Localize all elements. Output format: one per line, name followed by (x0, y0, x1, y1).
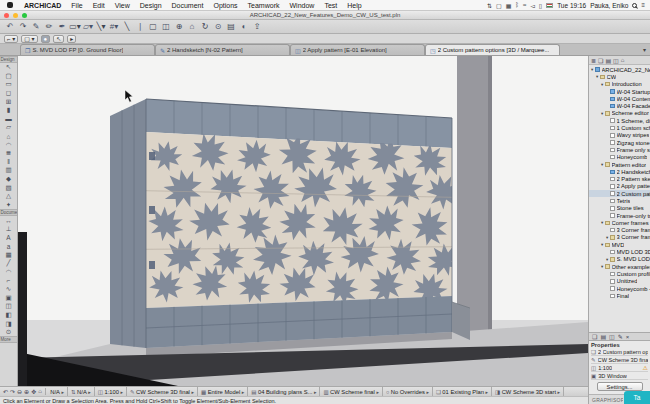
eyedropper-icon[interactable]: ✒ (56, 21, 68, 32)
navigator-item[interactable]: 3 Corner frames f (589, 234, 650, 241)
dimension-style-select[interactable]: ◨ CW Scheme 3D start ▸ (492, 387, 564, 396)
property-pen-set-row[interactable]: ✎ CW Scheme 3D final (591, 356, 648, 364)
navigator-item[interactable]: Unitized (589, 278, 650, 285)
curtain-wall-building[interactable] (110, 99, 470, 348)
layer-combination-select[interactable]: ▤ 04 Building plans S... ▸ (248, 387, 320, 396)
navigator-item[interactable]: Custom profiled fr (589, 270, 650, 277)
teamwork-status-icon[interactable]: ⇅ (487, 2, 492, 9)
navigator-item[interactable]: S. MVD LOD FP (589, 256, 650, 263)
menu-user-name[interactable]: Pauka, Eniko (590, 2, 628, 9)
graphic-override-select[interactable]: ○ No Overrides ▸ (383, 387, 433, 396)
railing-tool[interactable]: ‖ (2, 158, 16, 167)
fit-icon[interactable]: ⌂ (38, 388, 42, 395)
options-chevron[interactable]: ▸ (67, 35, 76, 43)
structure-display-select[interactable]: ▦ Entire Model ▸ (198, 387, 248, 396)
navigator-item[interactable]: 3 Corner frames (589, 227, 650, 234)
cutaway-icon[interactable]: ◫ (160, 21, 172, 32)
navigator-item[interactable]: 2 Handsketch (589, 168, 650, 175)
navigator-item[interactable]: Pattern editor (589, 161, 650, 168)
section-tool[interactable]: ◧ (2, 311, 16, 320)
info-box-icon[interactable]: ▤ (600, 333, 606, 340)
guide-lines-dropdown[interactable]: ╲▾ (95, 21, 107, 32)
scale-select[interactable]: ◫ 1:100 ▸ (95, 387, 127, 396)
explore-model-icon[interactable]: ⊙ (212, 21, 224, 32)
navigator-item[interactable]: 2 Apply pattern (589, 183, 650, 190)
fit-in-window-icon[interactable]: ⌂ (186, 21, 198, 32)
column-tool[interactable]: ▮ (2, 106, 16, 115)
layout-book-icon[interactable]: ◫ (613, 57, 619, 64)
label-tool[interactable]: a (2, 242, 16, 251)
navigator-item[interactable]: 1 Scheme, division (589, 117, 650, 124)
pet-palette-icon[interactable]: ❏ (592, 333, 597, 340)
navigator-item[interactable]: W-04 Contempora (589, 95, 650, 102)
tab-custom-pattern-options[interactable]: ◳ 2 Custom pattern options [3D / Marquee… (425, 44, 560, 55)
menu-item[interactable]: Window (284, 2, 319, 9)
orientation-select[interactable]: ⇅ N/A ▸ (68, 387, 95, 396)
input-source-flag-icon[interactable] (546, 3, 553, 8)
battery-icon[interactable]: ▯ (539, 2, 542, 9)
navigator-item[interactable]: MVD (589, 241, 650, 248)
fill-tool[interactable]: ▦ (2, 250, 16, 259)
window-tool[interactable]: ⊞ (2, 97, 16, 106)
render-icon[interactable]: ◐ (238, 21, 250, 32)
menu-item[interactable]: Document (167, 2, 209, 9)
spline-tool[interactable]: ∿ (2, 285, 16, 294)
beam-tool[interactable]: ▬ (2, 115, 16, 124)
project-chooser-icon[interactable]: ≣ (591, 57, 596, 64)
up-level-icon[interactable]: ❏ (598, 57, 603, 64)
navigator-item[interactable]: Frame-only tree fa (589, 212, 650, 219)
slab-tool[interactable]: ▱ (2, 123, 16, 132)
zoom-icon[interactable]: ⊕ (173, 21, 185, 32)
property-id-row[interactable]: ❏ 2 Custom pattern option (591, 348, 648, 356)
navigator-item[interactable]: Honeycomb - win (589, 285, 650, 292)
navigator-item[interactable]: ARCHICAD_22_New_Featu (589, 66, 650, 73)
navigator-item[interactable]: 2 Pattern sketch (589, 175, 650, 182)
navigator-item[interactable]: W-04 Facade desi (589, 102, 650, 109)
shell-tool[interactable]: ◠ (2, 140, 16, 149)
tab-ground-floor[interactable]: ❐ S. MVD LOD FP [0. Ground Floor] (20, 44, 155, 55)
back-icon[interactable]: ↶ (3, 388, 8, 395)
navigator-palette-icon[interactable]: ◫ (609, 333, 615, 340)
inject-parameters-icon[interactable]: ✏ (43, 21, 55, 32)
renovation-filter-select[interactable]: ❏ 01 Existing Plan ▸ (433, 387, 492, 396)
spotlight-icon[interactable] (632, 3, 637, 8)
navigator-item[interactable]: 1 Custom scheme (589, 124, 650, 131)
figure-tool[interactable]: ▣ (2, 293, 16, 302)
level-dimension-tool[interactable]: ⊥ (2, 225, 16, 234)
zoom-in-icon[interactable]: ⊕ (24, 388, 29, 395)
zoom-level-select[interactable]: N/A ▸ (46, 387, 68, 396)
snap-points-icon[interactable]: ∣ (134, 21, 146, 32)
navigator-item[interactable]: Corner frames (589, 219, 650, 226)
roof-tool[interactable]: ⌂ (2, 132, 16, 141)
edit-palette-icon[interactable]: ✎ (618, 333, 623, 340)
gravity-dropdown[interactable]: ▭▾ (69, 21, 81, 32)
marquee-tool-dropdown[interactable]: ▢ ▾ (21, 35, 37, 43)
editing-plane-dropdown[interactable]: ▱▾ (82, 21, 94, 32)
app-menu[interactable]: ARCHICAD (19, 2, 66, 9)
drawing-tool[interactable]: ◫ (2, 302, 16, 311)
navigator-item[interactable]: W-04 Startup slide (589, 88, 650, 95)
zone-tool[interactable]: ▧ (2, 183, 16, 192)
tab-handsketch[interactable]: ✎ 2 Handsketch [N-02 Pattern] (155, 44, 290, 55)
snap-guides-icon[interactable]: ╲ (121, 21, 133, 32)
navigator-item[interactable]: Wavy stripes (589, 132, 650, 139)
navigator-item[interactable]: Other examples (589, 263, 650, 270)
apple-menu-icon[interactable] (7, 2, 13, 8)
navigator-item[interactable]: CW (589, 73, 650, 80)
arc-tool[interactable]: ◠ (2, 268, 16, 277)
pick-up-parameters-icon[interactable]: ✎ (30, 21, 42, 32)
polyline-tool[interactable]: ⌐ (2, 276, 16, 285)
navigator-item[interactable]: Scheme editor (589, 110, 650, 117)
arrow-tool-dropdown[interactable]: ⌐ ▾ (4, 35, 18, 43)
publish-icon[interactable]: ⇪ (251, 21, 263, 32)
morph-tool[interactable]: ◆ (2, 175, 16, 184)
wifi-icon[interactable]: ≈ (523, 2, 526, 8)
menu-item[interactable]: Design (135, 2, 167, 9)
notification-center-icon[interactable]: ≡ (641, 2, 645, 8)
menu-item[interactable]: File (66, 2, 87, 9)
zoom-out-icon[interactable]: ⊖ (17, 388, 22, 395)
navigator-item[interactable]: Zigzag stone (589, 139, 650, 146)
menu-item[interactable]: Options (208, 2, 242, 9)
property-scale-row[interactable]: ◫ 1:100 ⚠ (591, 364, 648, 372)
menu-item[interactable]: Edit (88, 2, 110, 9)
